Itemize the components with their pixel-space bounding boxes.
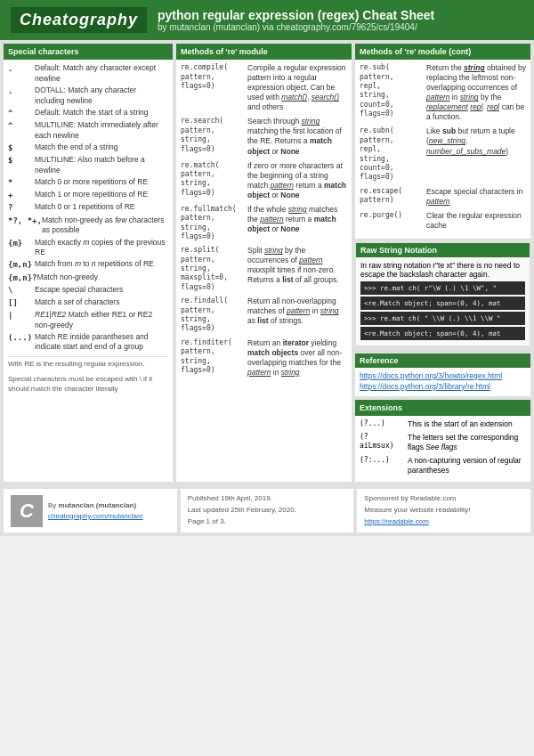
special-chars-note2: Special characters must be escaped with … [8, 373, 168, 394]
method-desc: Compile a regular expression pattern int… [247, 63, 347, 112]
sc-desc: Default: Match the start of a string [35, 108, 149, 118]
ext-code: (?...) [360, 419, 404, 429]
method-desc: If the whole string matches the pattern … [247, 205, 347, 234]
main-content: Special characters . Default: Match any … [0, 40, 534, 485]
method-desc: Escape special characters in pattern [426, 187, 526, 207]
sc-desc: Match a set of characters [35, 297, 119, 307]
code-block: <re.Match object; span=(0, 4), mat [360, 297, 525, 310]
sc-char: . [8, 85, 35, 96]
footer-right: Sponsored by Readable.com Measure your w… [357, 489, 530, 532]
header: Cheatography python regular expression (… [0, 0, 534, 40]
sc-desc: RE1|RE2 Match either RE1 or RE2 non-gree… [35, 310, 168, 330]
list-item: re.purge() Clear the regular expression … [360, 211, 526, 231]
list-item: re.search(pattern,string,flags=0) Search… [181, 117, 347, 156]
list-item: {m,n}? Match non-greedy [8, 272, 168, 283]
reference-link-2[interactable]: https://docs.python.org/3/library/re.htm… [360, 382, 526, 391]
special-chars-note1: With RE is the resulting regular express… [8, 356, 168, 370]
sc-char: [] [8, 297, 35, 308]
sc-desc: Match from m to n repetitions of RE [35, 259, 154, 269]
sc-desc: Match exactly m copies of the previous R… [35, 238, 168, 258]
raw-string-desc: In raw string notation r"te xt" there is… [360, 261, 525, 279]
method-desc: Split string by the occurrences of patte… [247, 246, 347, 285]
method-sig: re.split(pattern,string,maxsplit=0,flags… [181, 246, 245, 292]
list-item: [] Match a set of characters [8, 297, 168, 308]
list-item: . Default: Match any character except ne… [8, 63, 168, 84]
method-desc: If zero or more characters at the beginn… [247, 161, 347, 200]
sc-char: {m} [8, 238, 35, 248]
list-item: re.subn(pattern,repl,string,count=0,flag… [360, 126, 526, 182]
footer-readable-link[interactable]: https://readable.com [364, 517, 428, 525]
footer-middle: Published 19th April, 2019. Last updated… [181, 489, 354, 532]
list-item: | RE1|RE2 Match either RE1 or RE2 non-gr… [8, 310, 168, 330]
sc-char: {m,n} [8, 259, 35, 270]
raw-string-header: Raw String Notation [356, 243, 530, 257]
footer-published: Published 19th April, 2019. [188, 494, 272, 502]
method-sig: re.subn(pattern,repl,string,count=0,flag… [360, 126, 424, 182]
sc-char: *?, *+, [8, 215, 42, 226]
list-item: re.fullmatch(pattern,string,flags=0) If … [181, 205, 347, 242]
sc-char: $ [8, 155, 35, 166]
methods-re-cont-section: Methods of 're' module (cont) re.sub(pat… [355, 44, 530, 239]
sc-char: (...) [8, 332, 35, 343]
footer-sponsored: Sponsored by Readable.com [364, 494, 456, 502]
ext-desc: This is the start of an extension [408, 419, 513, 429]
list-item: *?, *+, Match non-greedy as few characte… [8, 215, 168, 236]
extensions-section: Extensions (?...) This is the start of a… [355, 400, 530, 482]
sc-char: + [8, 190, 35, 200]
sc-desc: MULTILINE: Match immediately after each … [35, 120, 168, 141]
method-desc: Search through string matching the first… [247, 117, 347, 156]
sc-desc: Match 1 or more repetitions of RE [35, 190, 148, 199]
method-sig: re.search(pattern,string,flags=0) [181, 117, 245, 154]
list-item: ? Match 0 or 1 repetitions of RE [8, 202, 168, 213]
page-title: python regular expression (regex) Cheat … [158, 8, 434, 22]
sc-char: {m,n}? [8, 272, 37, 283]
sc-char: ^ [8, 120, 35, 131]
extensions-header: Extensions [355, 400, 530, 416]
method-desc: Clear the regular expression cache [426, 211, 526, 231]
reference-link-1[interactable]: https://docs.python.org/3/howto/regex.ht… [360, 371, 526, 380]
methods-re-header: Methods of 're' module [176, 44, 352, 60]
sc-char: ? [8, 202, 35, 213]
methods-re-cont-header: Methods of 're' module (cont) [355, 44, 530, 60]
code-block: <re.Match object; span=(0, 4), mat [360, 327, 525, 340]
footer-author: mutanclan (mutanclan) [59, 501, 137, 509]
sc-char: . [8, 63, 35, 74]
footer-page: Page 1 of 3. [188, 517, 226, 525]
list-item: $ MULTILINE: Also match before a newline [8, 155, 168, 175]
raw-string-body: In raw string notation r"te xt" there is… [356, 257, 530, 345]
reference-body: https://docs.python.org/3/howto/regex.ht… [355, 368, 530, 396]
methods-re-section: Methods of 're' module re.compile(patter… [176, 44, 352, 482]
method-sig: re.purge() [360, 211, 424, 220]
ext-desc: A non-capturing version of regular paran… [408, 456, 526, 476]
sc-char: ^ [8, 108, 35, 118]
method-sig: re.finditer(pattern,string,flags=0) [181, 338, 245, 376]
raw-string-section: Raw String Notation In raw string notati… [355, 242, 530, 346]
list-item: $ Match the end of a string [8, 142, 168, 153]
sc-char: | [8, 310, 35, 321]
special-chars-body: . Default: Match any character except ne… [4, 60, 173, 397]
list-item: re.match(pattern,string,flags=0) If zero… [181, 161, 347, 200]
list-item: + Match 1 or more repetitions of RE [8, 190, 168, 200]
list-item: (...) Match RE inside parantheses and in… [8, 332, 168, 353]
sc-char: * [8, 177, 35, 188]
list-item: re.split(pattern,string,maxsplit=0,flags… [181, 246, 347, 292]
list-item: re.findall(pattern,string,flags=0) Retur… [181, 297, 347, 334]
method-sig: re.compile(pattern,flags=0) [181, 63, 245, 91]
method-desc: Return an iterator yielding match object… [247, 338, 347, 378]
code-block: >>> re.mat ch( r"\W (.) \1 \W", " [360, 281, 525, 295]
list-item: re.finditer(pattern,string,flags=0) Retu… [181, 338, 347, 378]
sc-desc: Default: Match any character except newl… [35, 63, 168, 84]
special-chars-section: Special characters . Default: Match any … [4, 44, 173, 482]
ext-code: (?aiLmsux) [360, 433, 404, 453]
footer-left: C By mutanclan (mutanclan) cheatography.… [4, 489, 177, 532]
list-item: ^ Default: Match the start of a string [8, 108, 168, 118]
list-item: * Match 0 or more repetitions of RE [8, 177, 168, 188]
sc-desc: Match 0 or more repetitions of RE [35, 177, 148, 187]
extensions-body: (?...) This is the start of an extension… [355, 416, 530, 482]
logo: Cheatography [11, 7, 147, 33]
code-block: >>> re.mat ch( " \\W (.) \\1 \\W " [360, 312, 525, 325]
footer-author-link[interactable]: cheatography.com/mutanclan/ [48, 512, 143, 520]
reference-section: Reference https://docs.python.org/3/howt… [355, 354, 530, 396]
method-sig: re.escape(pattern) [360, 187, 424, 206]
sc-desc: Match non-greedy [37, 272, 99, 282]
